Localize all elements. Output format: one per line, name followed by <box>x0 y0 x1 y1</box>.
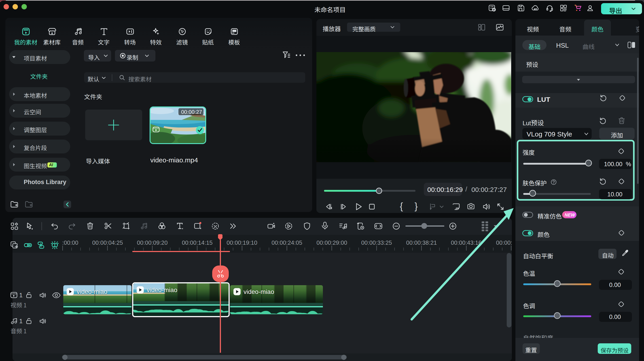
svg-text:00:00:24:05: 00:00:24:05 <box>272 239 302 246</box>
svg-text::00:00: :00:00 <box>62 239 78 246</box>
svg-text:00:00:09:20: 00:00:09:20 <box>137 239 168 246</box>
svg-text:00:00:19:10: 00:00:19:10 <box>226 239 257 246</box>
svg-text:00:00:33:25: 00:00:33:25 <box>361 239 392 246</box>
svg-text:00:00:04:25: 00:00:04:25 <box>92 239 123 246</box>
svg-text:00:00:14:15: 00:00:14:15 <box>182 239 212 246</box>
svg-text:00:00:29:00: 00:00:29:00 <box>316 239 347 246</box>
